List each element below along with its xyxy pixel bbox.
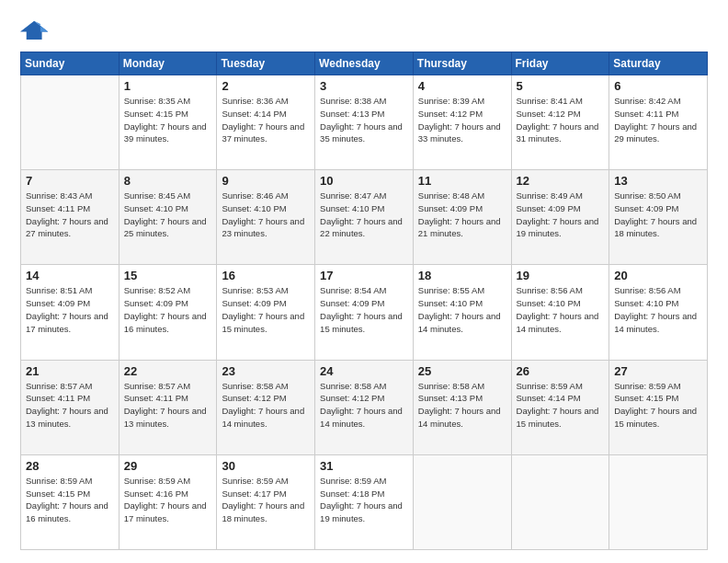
calendar-cell: 15Sunrise: 8:52 AMSunset: 4:09 PMDayligh… <box>119 265 217 360</box>
day-number: 29 <box>124 459 212 473</box>
weekday-header-sunday: Sunday <box>21 52 119 75</box>
calendar-cell: 12Sunrise: 8:49 AMSunset: 4:09 PMDayligh… <box>511 170 609 265</box>
calendar-cell <box>511 454 609 549</box>
day-info: Sunrise: 8:51 AMSunset: 4:09 PMDaylight:… <box>26 284 114 335</box>
day-info: Sunrise: 8:42 AMSunset: 4:11 PMDaylight:… <box>614 95 702 145</box>
day-number: 21 <box>26 364 114 378</box>
calendar-cell <box>413 454 511 549</box>
day-number: 20 <box>614 269 702 282</box>
week-row-2: 14Sunrise: 8:51 AMSunset: 4:09 PMDayligh… <box>21 265 708 360</box>
day-number: 3 <box>320 79 408 93</box>
day-number: 28 <box>26 459 114 473</box>
day-number: 4 <box>418 79 506 93</box>
day-info: Sunrise: 8:59 AMSunset: 4:14 PMDaylight:… <box>517 380 605 431</box>
day-number: 15 <box>124 269 212 282</box>
day-info: Sunrise: 8:54 AMSunset: 4:09 PMDaylight:… <box>320 284 408 335</box>
day-number: 6 <box>614 79 702 93</box>
day-info: Sunrise: 8:50 AMSunset: 4:09 PMDaylight:… <box>614 190 702 240</box>
day-info: Sunrise: 8:36 AMSunset: 4:14 PMDaylight:… <box>222 95 310 145</box>
calendar-cell: 30Sunrise: 8:59 AMSunset: 4:17 PMDayligh… <box>217 454 315 549</box>
day-info: Sunrise: 8:35 AMSunset: 4:15 PMDaylight:… <box>124 95 212 145</box>
day-number: 11 <box>418 174 506 188</box>
day-info: Sunrise: 8:59 AMSunset: 4:15 PMDaylight:… <box>614 380 702 431</box>
day-number: 1 <box>124 79 212 93</box>
day-number: 19 <box>517 269 605 282</box>
day-info: Sunrise: 8:45 AMSunset: 4:10 PMDaylight:… <box>124 190 212 240</box>
day-number: 23 <box>222 364 310 378</box>
calendar-cell: 3Sunrise: 8:38 AMSunset: 4:13 PMDaylight… <box>315 75 414 170</box>
calendar-cell: 28Sunrise: 8:59 AMSunset: 4:15 PMDayligh… <box>21 454 119 549</box>
calendar-cell: 27Sunrise: 8:59 AMSunset: 4:15 PMDayligh… <box>609 360 708 454</box>
day-info: Sunrise: 8:49 AMSunset: 4:09 PMDaylight:… <box>517 190 605 240</box>
day-number: 26 <box>517 364 605 378</box>
calendar-cell: 29Sunrise: 8:59 AMSunset: 4:16 PMDayligh… <box>119 454 217 549</box>
day-number: 18 <box>418 269 506 282</box>
calendar-cell: 5Sunrise: 8:41 AMSunset: 4:12 PMDaylight… <box>511 75 609 170</box>
day-info: Sunrise: 8:58 AMSunset: 4:13 PMDaylight:… <box>418 380 506 431</box>
day-number: 24 <box>320 364 408 378</box>
day-info: Sunrise: 8:38 AMSunset: 4:13 PMDaylight:… <box>320 95 408 145</box>
calendar-cell: 17Sunrise: 8:54 AMSunset: 4:09 PMDayligh… <box>315 265 414 360</box>
day-info: Sunrise: 8:56 AMSunset: 4:10 PMDaylight:… <box>517 284 605 335</box>
day-number: 30 <box>222 459 310 473</box>
calendar-cell: 18Sunrise: 8:55 AMSunset: 4:10 PMDayligh… <box>413 265 511 360</box>
day-number: 10 <box>320 174 408 188</box>
header <box>20 17 708 42</box>
week-row-4: 28Sunrise: 8:59 AMSunset: 4:15 PMDayligh… <box>21 454 708 549</box>
calendar-cell: 21Sunrise: 8:57 AMSunset: 4:11 PMDayligh… <box>21 360 119 454</box>
day-info: Sunrise: 8:56 AMSunset: 4:10 PMDaylight:… <box>614 284 702 335</box>
day-info: Sunrise: 8:39 AMSunset: 4:12 PMDaylight:… <box>418 95 506 145</box>
calendar-cell: 9Sunrise: 8:46 AMSunset: 4:10 PMDaylight… <box>217 170 315 265</box>
day-number: 16 <box>222 269 310 282</box>
day-info: Sunrise: 8:59 AMSunset: 4:15 PMDaylight:… <box>26 475 114 525</box>
day-info: Sunrise: 8:48 AMSunset: 4:09 PMDaylight:… <box>418 190 506 240</box>
calendar-cell: 16Sunrise: 8:53 AMSunset: 4:09 PMDayligh… <box>217 265 315 360</box>
calendar-cell: 14Sunrise: 8:51 AMSunset: 4:09 PMDayligh… <box>21 265 119 360</box>
calendar-cell: 10Sunrise: 8:47 AMSunset: 4:10 PMDayligh… <box>315 170 414 265</box>
day-number: 27 <box>614 364 702 378</box>
calendar-cell: 8Sunrise: 8:45 AMSunset: 4:10 PMDaylight… <box>119 170 217 265</box>
day-number: 8 <box>124 174 212 188</box>
day-info: Sunrise: 8:58 AMSunset: 4:12 PMDaylight:… <box>222 380 310 431</box>
calendar-cell: 2Sunrise: 8:36 AMSunset: 4:14 PMDaylight… <box>217 75 315 170</box>
day-number: 5 <box>517 79 605 93</box>
day-info: Sunrise: 8:41 AMSunset: 4:12 PMDaylight:… <box>517 95 605 145</box>
weekday-header-wednesday: Wednesday <box>315 52 414 75</box>
day-number: 14 <box>26 269 114 282</box>
day-info: Sunrise: 8:46 AMSunset: 4:10 PMDaylight:… <box>222 190 310 240</box>
day-info: Sunrise: 8:59 AMSunset: 4:17 PMDaylight:… <box>222 475 310 525</box>
calendar-cell <box>609 454 708 549</box>
week-row-3: 21Sunrise: 8:57 AMSunset: 4:11 PMDayligh… <box>21 360 708 454</box>
weekday-header-thursday: Thursday <box>413 52 511 75</box>
day-number: 31 <box>320 459 408 473</box>
day-number: 22 <box>124 364 212 378</box>
calendar-cell: 6Sunrise: 8:42 AMSunset: 4:11 PMDaylight… <box>609 75 708 170</box>
day-number: 12 <box>517 174 605 188</box>
week-row-1: 7Sunrise: 8:43 AMSunset: 4:11 PMDaylight… <box>21 170 708 265</box>
day-info: Sunrise: 8:43 AMSunset: 4:11 PMDaylight:… <box>26 190 114 240</box>
weekday-header-tuesday: Tuesday <box>217 52 315 75</box>
weekday-header-friday: Friday <box>511 52 609 75</box>
calendar-cell: 31Sunrise: 8:59 AMSunset: 4:18 PMDayligh… <box>315 454 414 549</box>
weekday-header-monday: Monday <box>119 52 217 75</box>
day-info: Sunrise: 8:59 AMSunset: 4:16 PMDaylight:… <box>124 475 212 525</box>
calendar-cell: 25Sunrise: 8:58 AMSunset: 4:13 PMDayligh… <box>413 360 511 454</box>
calendar-cell: 7Sunrise: 8:43 AMSunset: 4:11 PMDaylight… <box>21 170 119 265</box>
calendar-cell: 1Sunrise: 8:35 AMSunset: 4:15 PMDaylight… <box>119 75 217 170</box>
calendar-cell <box>21 75 119 170</box>
day-number: 2 <box>222 79 310 93</box>
day-info: Sunrise: 8:57 AMSunset: 4:11 PMDaylight:… <box>124 380 212 431</box>
day-number: 17 <box>320 269 408 282</box>
day-number: 9 <box>222 174 310 188</box>
calendar-cell: 4Sunrise: 8:39 AMSunset: 4:12 PMDaylight… <box>413 75 511 170</box>
logo-icon <box>20 17 50 42</box>
week-row-0: 1Sunrise: 8:35 AMSunset: 4:15 PMDaylight… <box>21 75 708 170</box>
day-info: Sunrise: 8:55 AMSunset: 4:10 PMDaylight:… <box>418 284 506 335</box>
calendar-cell: 23Sunrise: 8:58 AMSunset: 4:12 PMDayligh… <box>217 360 315 454</box>
calendar-cell: 19Sunrise: 8:56 AMSunset: 4:10 PMDayligh… <box>511 265 609 360</box>
page: SundayMondayTuesdayWednesdayThursdayFrid… <box>0 0 728 563</box>
day-number: 25 <box>418 364 506 378</box>
day-info: Sunrise: 8:59 AMSunset: 4:18 PMDaylight:… <box>320 475 408 525</box>
day-info: Sunrise: 8:53 AMSunset: 4:09 PMDaylight:… <box>222 284 310 335</box>
weekday-header-saturday: Saturday <box>609 52 708 75</box>
